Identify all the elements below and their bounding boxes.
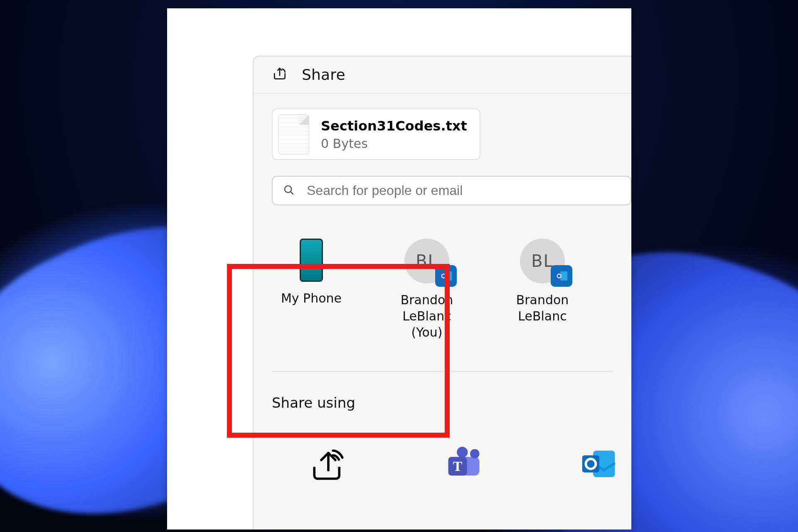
share-dialog-header: Share: [254, 57, 631, 94]
share-dialog: Share Section31Codes.txt 0 Bytes: [253, 56, 631, 530]
target-my-phone[interactable]: My Phone: [272, 239, 351, 340]
target-label: Brandon LeBlanc: [503, 292, 582, 324]
search-input[interactable]: [306, 182, 621, 199]
svg-line-1: [291, 192, 293, 194]
share-dialog-body: Section31Codes.txt 0 Bytes My Phone: [254, 94, 631, 485]
nearby-sharing-app[interactable]: [308, 446, 348, 485]
file-name: Section31Codes.txt: [321, 118, 467, 134]
search-icon: [283, 184, 295, 198]
teams-app[interactable]: T: [444, 446, 484, 485]
target-contact[interactable]: BL Brandon LeBlanc: [503, 239, 582, 340]
file-text-icon: [278, 114, 309, 154]
share-icon: [272, 66, 288, 83]
svg-text:T: T: [453, 458, 463, 474]
outlook-badge-icon: [551, 265, 572, 287]
outlook-app[interactable]: [579, 446, 619, 485]
avatar-initials: BL: [531, 251, 554, 271]
avatar: BL: [520, 239, 565, 283]
section-divider: [272, 371, 613, 372]
screenshot-card: Share Section31Codes.txt 0 Bytes: [167, 8, 631, 530]
target-label: My Phone: [281, 290, 342, 306]
svg-point-9: [470, 449, 480, 459]
target-contact-you[interactable]: BL Brandon LeBlanc (You): [387, 239, 466, 340]
share-using-heading: Share using: [272, 394, 631, 411]
share-dialog-title: Share: [302, 66, 345, 83]
avatar-initials: BL: [416, 251, 438, 271]
file-meta: Section31Codes.txt 0 Bytes: [321, 118, 467, 151]
search-people[interactable]: [272, 176, 631, 205]
phone-icon: [300, 239, 323, 282]
svg-point-10: [457, 447, 468, 458]
outlook-badge-icon: [435, 265, 457, 287]
file-size: 0 Bytes: [321, 136, 467, 151]
avatar: BL: [404, 239, 449, 283]
share-apps: T: [308, 446, 631, 485]
target-label: Brandon LeBlanc (You): [387, 292, 466, 340]
file-to-share[interactable]: Section31Codes.txt 0 Bytes: [272, 108, 480, 160]
share-targets: My Phone BL Brandon LeBlanc (Y: [272, 239, 631, 340]
